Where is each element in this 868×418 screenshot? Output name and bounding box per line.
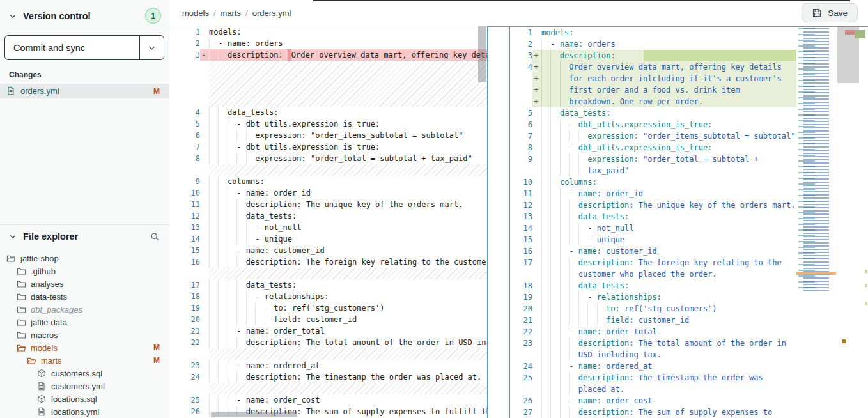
chevron-down-icon[interactable]	[9, 12, 17, 20]
code-line[interactable]: 5 - dbt_utils.expression_is_true:	[169, 118, 487, 130]
horizontal-scrollbar[interactable]	[211, 412, 297, 417]
code-line[interactable]: 2 - name: orders	[169, 38, 487, 49]
diff-marker	[532, 280, 541, 291]
code-line[interactable]: 17 data_tests:	[169, 279, 487, 291]
code-line[interactable]: 2 - name: orders	[510, 38, 796, 50]
code-line[interactable]: 11 description: The unique key of the or…	[169, 199, 487, 210]
code-line[interactable]: + for each order inlcluding if it's a cu…	[510, 73, 796, 84]
code-line[interactable]: 22 description: The total amount of the …	[169, 337, 487, 348]
code-line[interactable]: + first order and a food vs. drink item	[510, 84, 796, 96]
code-line[interactable]: 15 - unique	[510, 234, 796, 245]
code-line[interactable]: 27 description: The sum of supply expens…	[510, 406, 796, 418]
code-line[interactable]: 6 - dbt_utils.expression_is_true:	[510, 119, 796, 130]
vertical-scrollbar[interactable]	[478, 26, 486, 82]
sidebar-item-macros[interactable]: macros	[0, 329, 169, 341]
diff-marker	[532, 245, 541, 257]
code-line[interactable]: 18 - relationships:	[169, 291, 487, 302]
code-line[interactable]: 25 description: The timestamp the order …	[510, 372, 796, 383]
code-line[interactable]: 12 description: The unique key of the or…	[510, 199, 796, 211]
sidebar-item-models[interactable]: modelsM	[0, 341, 169, 354]
breadcrumb-models[interactable]: models	[182, 8, 209, 18]
code-line[interactable]: 26 - name: order_cost	[510, 395, 796, 406]
minimap[interactable]	[796, 27, 837, 418]
sidebar-item-locations.sql[interactable]: locations.sql	[0, 392, 169, 405]
code-line[interactable]: tax_paid"	[510, 165, 796, 176]
diff-pane-original[interactable]: 1models:2 - name: orders3- description: …	[169, 26, 487, 418]
line-number: 20	[169, 314, 200, 325]
sidebar-item-customers.yml[interactable]: customers.yml	[0, 380, 169, 392]
diff-pane-modified[interactable]: 1models:2 - name: orders3+ description:4…	[509, 26, 868, 418]
tree-item-label: locations.sql	[51, 394, 97, 404]
code-line[interactable]: 19 - relationships:	[510, 291, 796, 303]
code-line[interactable]: 21 - name: order_total	[169, 325, 487, 337]
code-line[interactable]: + breakdown. One row per order.	[510, 96, 796, 107]
code-line[interactable]: 1models:	[510, 27, 796, 38]
code-line[interactable]: 18 data_tests:	[510, 280, 796, 291]
code-line[interactable]: 7 expression: "order_items_subtotal = su…	[510, 130, 796, 142]
code-line[interactable]: 23 - name: ordered_at	[169, 360, 487, 371]
search-icon[interactable]	[150, 232, 160, 242]
diff-marker	[532, 257, 541, 268]
code-line[interactable]: 10 - name: order_id	[169, 187, 487, 199]
code-line[interactable]: 1models:	[169, 26, 487, 38]
code-line[interactable]: 16 - name: customer_id	[510, 245, 796, 257]
code-line[interactable]: 20 field: customer_id	[169, 314, 487, 325]
code-line[interactable]: placed at.	[510, 383, 796, 395]
code-line[interactable]: 8 - dbt_utils.expression_is_true:	[510, 142, 796, 153]
sidebar-item-locations.yml[interactable]: locations.yml	[0, 405, 169, 418]
breadcrumb-file[interactable]: orders.yml	[252, 8, 291, 18]
code-line[interactable]: 6 expression: "order_items_subtotal = su…	[169, 130, 487, 141]
file-explorer-section: File explorer jaffle-shop.githubanalyses…	[0, 224, 169, 418]
code-line[interactable]: 3+ description:	[510, 50, 796, 61]
sidebar-item-marts[interactable]: martsM	[0, 354, 169, 367]
breadcrumb-marts[interactable]: marts	[221, 8, 242, 18]
code-line[interactable]: 14 - unique	[169, 233, 487, 245]
line-number: 6	[510, 119, 532, 130]
commit-dropdown-caret[interactable]	[139, 36, 164, 59]
sidebar-item-jaffle-data[interactable]: jaffle-data	[0, 316, 169, 329]
sidebar-item-customers.sql[interactable]: customers.sql	[0, 367, 169, 380]
code-line[interactable]: 11 - name: order_id	[510, 188, 796, 199]
breadcrumb-separator: /	[213, 8, 216, 18]
breadcrumb-separator: /	[245, 8, 248, 18]
code-line[interactable]: 13 - not_null	[169, 222, 487, 233]
code-line[interactable]: 8 expression: "order_total = subtotal + …	[169, 153, 487, 164]
commit-and-sync-button[interactable]: Commit and sync	[4, 35, 164, 60]
code-line[interactable]: 13 data_tests:	[510, 211, 796, 222]
line-number	[510, 73, 532, 84]
code-line[interactable]: 22 - name: order_total	[510, 326, 796, 337]
code-line[interactable]: 17 description: The foreign key relating…	[510, 257, 796, 268]
code-line[interactable]: 7 - dbt_utils.expression_is_true:	[169, 141, 487, 153]
sidebar-item-dbt_packages[interactable]: dbt_packages	[0, 303, 169, 316]
chevron-down-icon[interactable]	[9, 233, 17, 240]
overview-ruler[interactable]	[837, 27, 868, 418]
code-line[interactable]: 9 expression: "order_total = subtotal +	[510, 153, 796, 165]
change-item-orders.yml[interactable]: orders.ymlM	[0, 84, 169, 98]
code-line[interactable]: 5 data_tests:	[510, 107, 796, 119]
code-line[interactable]: 15 - name: customer_id	[169, 245, 487, 256]
sidebar-item-data-tests[interactable]: data-tests	[0, 290, 169, 303]
code-line[interactable]: 16 description: The foreign key relating…	[169, 256, 487, 268]
code-line[interactable]: 20 to: ref('stg_customers')	[510, 303, 796, 314]
code-line[interactable]: 19 to: ref('stg_customers')	[169, 302, 487, 314]
code-line[interactable]: 23 description: The total amount of the …	[510, 337, 796, 349]
code-line[interactable]: 10 columns:	[510, 176, 796, 188]
code-line[interactable]: customer who placed the order.	[510, 268, 796, 280]
sidebar-item-.github[interactable]: .github	[0, 265, 169, 277]
code-line[interactable]: 12 data_tests:	[169, 210, 487, 222]
line-number: 13	[169, 222, 200, 233]
code-line[interactable]: 25 - name: order_cost	[169, 394, 487, 406]
code-line[interactable]: 3- description: Order overview data mart…	[169, 49, 487, 61]
code-line[interactable]: USD including tax.	[510, 349, 796, 360]
save-button[interactable]: Save	[802, 3, 858, 22]
code-line[interactable]: 9 columns:	[169, 176, 487, 187]
code-line[interactable]: 24 - name: ordered_at	[510, 360, 796, 372]
code-line[interactable]: 4+ Order overview data mart, offering ke…	[510, 61, 796, 73]
sidebar-item-jaffle-shop[interactable]: jaffle-shop	[0, 252, 169, 265]
sidebar-item-analyses[interactable]: analyses	[0, 277, 169, 290]
code-line[interactable]: 4 data_tests:	[169, 107, 487, 118]
code-line[interactable]: 24 description: The timestamp the order …	[169, 371, 487, 383]
code-line[interactable]: 14 - not_null	[510, 222, 796, 234]
code-line[interactable]: 21 field: customer_id	[510, 314, 796, 326]
diff-marker	[532, 372, 541, 383]
